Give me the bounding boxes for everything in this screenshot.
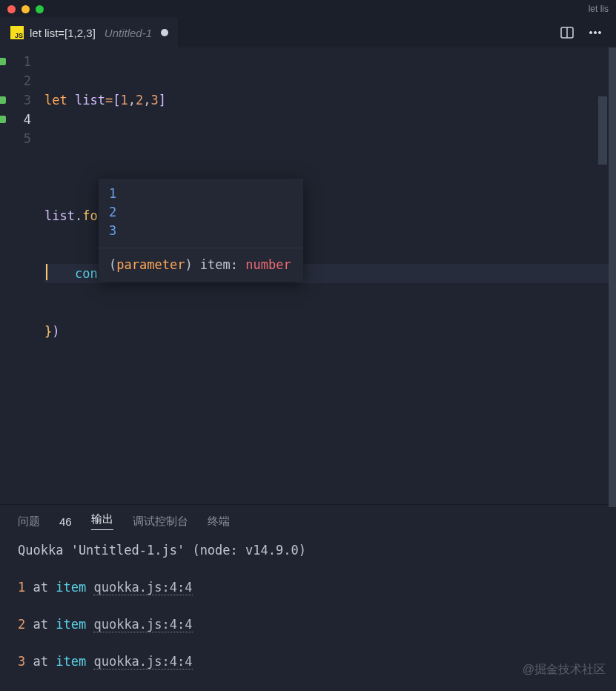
js-file-icon: JS — [10, 26, 24, 39]
hover-values: 1 2 3 — [99, 179, 303, 248]
line-number-gutter: 1 2 3 4 5 — [0, 47, 44, 504]
tab-actions — [546, 18, 616, 47]
output-panel-body[interactable]: Quokka 'Untitled-1.js' (node: v14.9.0) 1… — [0, 536, 616, 675]
hover-value: 3 — [109, 222, 293, 240]
line-number: 5 — [0, 129, 44, 148]
editor-tab-bar: JS let list=[1,2,3] Untitled-1 — [0, 18, 616, 47]
code-line: }) — [44, 322, 616, 341]
hover-value: 1 — [109, 185, 293, 203]
tab-problems[interactable]: 问题 — [18, 515, 40, 529]
output-row: 3 at item quokka.js:4:4 — [18, 652, 598, 671]
unsaved-dot-icon — [161, 29, 168, 36]
svg-point-2 — [589, 31, 592, 33]
editor-tab[interactable]: JS let list=[1,2,3] Untitled-1 — [0, 18, 179, 47]
svg-point-3 — [594, 31, 596, 33]
tab-subtitle: Untitled-1 — [105, 27, 152, 39]
tab-title: let list=[1,2,3] — [30, 27, 96, 39]
maximize-icon[interactable] — [36, 5, 44, 13]
minimize-icon[interactable] — [21, 5, 30, 13]
problems-count-badge: 46 — [59, 515, 72, 528]
panel-tabs: 问题 46 输出 调试控制台 终端 — [0, 505, 616, 536]
scrollbar-track[interactable] — [609, 47, 616, 507]
titlebar-filename-fragment: let lis — [589, 4, 609, 14]
tab-output[interactable]: 输出 — [91, 512, 113, 530]
code-line — [44, 148, 616, 168]
hover-value: 2 — [109, 203, 293, 222]
line-number: 1 — [0, 52, 44, 71]
hover-signature: (parameter) item: number — [99, 248, 303, 282]
close-icon[interactable] — [7, 5, 16, 13]
minimap-viewport[interactable] — [598, 96, 607, 165]
hover-tooltip: 1 2 3 (parameter) item: number — [99, 179, 303, 282]
traffic-lights — [7, 5, 44, 13]
code-line: let list=[1,2,3] — [44, 90, 616, 110]
output-row: 2 at item quokka.js:4:4 — [18, 615, 598, 634]
line-number: 2 — [0, 71, 44, 90]
more-actions-icon[interactable] — [588, 25, 603, 40]
output-header: Quokka 'Untitled-1.js' (node: v14.9.0) — [18, 540, 598, 560]
line-number: 4 — [0, 110, 44, 129]
cursor — [46, 264, 47, 280]
tab-debug-console[interactable]: 调试控制台 — [133, 515, 188, 529]
window-titlebar: let lis — [0, 0, 616, 18]
output-row: 1 at item quokka.js:4:4 — [18, 578, 598, 597]
line-number: 3 — [0, 90, 44, 110]
source-link[interactable]: quokka.js:4:4 — [93, 617, 192, 632]
split-editor-icon[interactable] — [560, 25, 574, 40]
source-link[interactable]: quokka.js:4:4 — [93, 654, 192, 669]
svg-point-4 — [598, 31, 600, 33]
minimap[interactable] — [594, 47, 607, 504]
tab-terminal[interactable]: 终端 — [208, 515, 230, 529]
code-editor[interactable]: 1 2 3 4 5 let list=[1,2,3] list.forEach(… — [0, 47, 616, 504]
watermark: @掘金技术社区 — [523, 662, 606, 678]
source-link[interactable]: quokka.js:4:4 — [93, 580, 192, 595]
